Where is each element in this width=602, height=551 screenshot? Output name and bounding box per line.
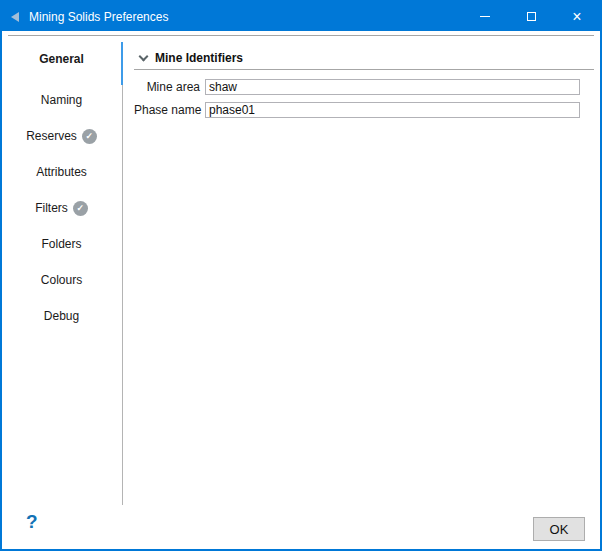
minimize-button[interactable] <box>462 2 508 31</box>
help-button[interactable]: ? <box>26 511 38 533</box>
ok-button[interactable]: OK <box>533 517 585 541</box>
sidebar-item-label: Attributes <box>36 165 87 179</box>
close-button[interactable]: × <box>554 2 600 31</box>
close-icon: × <box>572 9 581 25</box>
mine-area-input[interactable] <box>205 79 580 95</box>
selected-item-indicator <box>121 42 123 85</box>
dialog-body: General Naming Reserves ✓ Attributes Fil… <box>2 31 600 549</box>
chevron-down-icon <box>139 52 149 62</box>
maximize-button[interactable] <box>508 2 554 31</box>
minimize-icon <box>480 16 490 17</box>
app-icon <box>11 12 19 22</box>
titlebar: Mining Solids Preferences × <box>2 2 600 31</box>
sidebar-item-colours[interactable]: Colours <box>2 262 121 298</box>
sidebar-item-debug[interactable]: Debug <box>2 298 121 334</box>
settings-panel: Mine Identifiers Mine area Phase name <box>134 31 594 118</box>
sidebar-item-label: Debug <box>44 309 79 323</box>
sidebar-item-label: Filters <box>35 201 68 215</box>
sidebar-item-label: General <box>39 52 84 66</box>
caption-buttons: × <box>462 2 600 31</box>
section-title: Mine Identifiers <box>155 51 243 65</box>
preferences-window: Mining Solids Preferences × General Nami… <box>0 0 602 551</box>
window-title: Mining Solids Preferences <box>29 10 168 24</box>
sidebar-item-reserves[interactable]: Reserves ✓ <box>2 118 121 154</box>
phase-name-label: Phase name <box>134 103 200 117</box>
sidebar-item-attributes[interactable]: Attributes <box>2 154 121 190</box>
sidebar-item-label: Naming <box>41 93 82 107</box>
section-separator <box>134 69 594 70</box>
sidebar-item-label: Folders <box>41 237 81 251</box>
sidebar-item-folders[interactable]: Folders <box>2 226 121 262</box>
mine-area-label: Mine area <box>134 80 200 94</box>
check-circle-icon: ✓ <box>82 129 97 144</box>
field-row-mine-area: Mine area <box>134 79 580 95</box>
sidebar-item-label: Reserves <box>26 129 77 143</box>
sidebar-item-label: Colours <box>41 273 82 287</box>
field-row-phase-name: Phase name <box>134 102 580 118</box>
sidebar-item-naming[interactable]: Naming <box>2 82 121 118</box>
maximize-icon <box>527 12 536 21</box>
sidebar: General Naming Reserves ✓ Attributes Fil… <box>2 31 121 334</box>
sidebar-separator <box>122 42 123 505</box>
sidebar-item-general[interactable]: General <box>2 44 121 74</box>
section-header-mine-identifiers[interactable]: Mine Identifiers <box>134 51 594 65</box>
check-circle-icon: ✓ <box>73 201 88 216</box>
phase-name-input[interactable] <box>205 102 580 118</box>
sidebar-item-filters[interactable]: Filters ✓ <box>2 190 121 226</box>
